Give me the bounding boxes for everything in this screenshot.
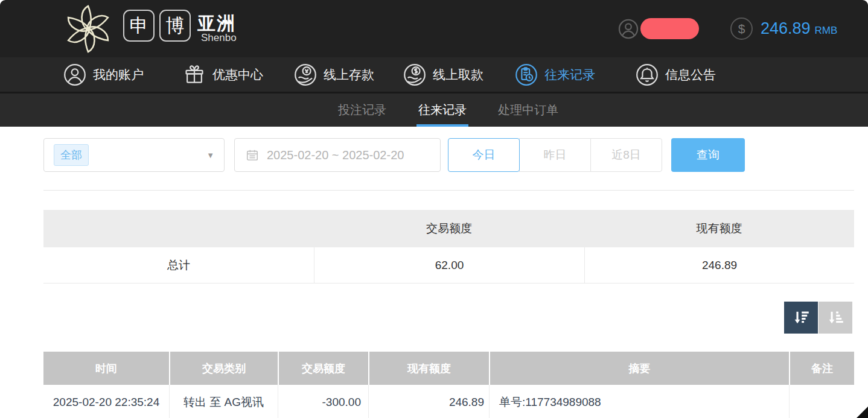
records-icon <box>515 63 538 86</box>
page: 申 博 亚洲 Shenbo $ 246.89 RMB 我的账户 <box>0 0 868 418</box>
nav-item-label: 优惠中心 <box>212 66 263 83</box>
col-amount: 交易额度 <box>278 352 368 385</box>
logo-char-box: 申 <box>123 10 155 42</box>
sort-ascending-button[interactable] <box>819 302 852 334</box>
cell-type: 转出 至 AG视讯 <box>169 385 278 418</box>
top-header: 申 博 亚洲 Shenbo $ 246.89 RMB <box>0 0 868 57</box>
nav-item-online-deposit[interactable]: 线上存款 <box>294 57 374 92</box>
summary-col-spacer <box>43 210 314 247</box>
cell-balance: 246.89 <box>368 385 489 418</box>
cell-summary: 单号:117734989088 <box>489 385 789 418</box>
col-type: 交易类别 <box>169 352 278 385</box>
col-time: 时间 <box>43 352 169 385</box>
active-tab-underline <box>416 124 468 127</box>
summary-total-row: 总计 62.00 246.89 <box>43 247 854 283</box>
balance-amount: 246.89 <box>761 19 811 38</box>
tab-processing-orders[interactable]: 处理中订单 <box>498 93 558 127</box>
nav-item-my-account[interactable]: 我的账户 <box>63 57 144 92</box>
tab-betting-records[interactable]: 投注记录 <box>338 93 386 127</box>
balance-currency: RMB <box>815 25 838 37</box>
records-header-row: 时间 交易类别 交易额度 现有额度 摘要 备注 <box>43 352 854 385</box>
sort-descending-button[interactable] <box>784 302 818 334</box>
logo-char-2: 博 <box>166 13 185 39</box>
yesterday-button[interactable]: 昨日 <box>519 138 591 172</box>
chevron-down-icon: ▼ <box>206 151 214 160</box>
user-icon <box>63 63 86 86</box>
summary-col-balance: 现有额度 <box>584 210 854 247</box>
cell-remark <box>789 385 854 418</box>
nav-item-promotions[interactable]: 优惠中心 <box>183 57 263 92</box>
nav-item-label: 信息公告 <box>665 66 716 83</box>
last-8-days-button[interactable]: 近8日 <box>590 138 662 172</box>
username-redacted-pill <box>640 18 699 39</box>
sort-descending-icon <box>792 308 811 327</box>
col-remark: 备注 <box>789 352 854 385</box>
summary-total-balance: 246.89 <box>584 247 854 283</box>
logo-subtitle: Shenbo <box>201 32 237 44</box>
table-row: 2025-02-20 22:35:24 转出 至 AG视讯 -300.00 24… <box>43 385 854 418</box>
quick-date-button-group: 今日 昨日 近8日 <box>448 138 662 172</box>
nav-item-announcements[interactable]: 信息公告 <box>636 57 716 92</box>
records-table: 时间 交易类别 交易额度 现有额度 摘要 备注 2025-02-20 22:35… <box>43 352 854 418</box>
gift-icon <box>183 63 206 86</box>
date-range-input[interactable]: 2025-02-20 ~ 2025-02-20 <box>234 138 441 172</box>
tab-transaction-records[interactable]: 往来记录 <box>418 93 467 127</box>
tab-bar: 投注记录 往来记录 处理中订单 <box>0 93 868 127</box>
user-account-area[interactable] <box>618 0 699 57</box>
sort-button-group <box>784 302 852 334</box>
date-range-value: 2025-02-20 ~ 2025-02-20 <box>267 148 404 162</box>
dollar-icon: $ <box>730 17 753 40</box>
type-filter-select[interactable]: 全部 ▼ <box>43 138 225 172</box>
resize-corner-handle[interactable] <box>857 407 868 418</box>
nav-item-transaction-records[interactable]: 往来记录 <box>515 57 595 92</box>
logo-char-box: 博 <box>159 10 191 42</box>
logo-char-1: 申 <box>130 13 148 39</box>
section-divider <box>43 190 854 191</box>
cell-time: 2025-02-20 22:35:24 <box>43 385 169 418</box>
withdraw-icon <box>403 63 426 86</box>
summary-table: 交易额度 现有额度 总计 62.00 246.89 <box>43 210 854 283</box>
col-summary: 摘要 <box>489 352 789 385</box>
user-avatar-icon <box>618 19 639 39</box>
summary-col-transaction: 交易额度 <box>314 210 584 247</box>
today-button[interactable]: 今日 <box>448 138 520 172</box>
flower-logo-icon <box>59 4 117 54</box>
nav-item-label: 线上存款 <box>324 66 374 83</box>
nav-item-label: 往来记录 <box>544 66 595 83</box>
col-balance: 现有额度 <box>368 352 489 385</box>
balance-group: 246.89 RMB <box>761 19 837 38</box>
calendar-icon <box>246 148 259 162</box>
bell-icon <box>636 63 659 86</box>
nav-item-label: 我的账户 <box>93 66 144 83</box>
main-nav: 我的账户 优惠中心 线上存款 线上取款 往来记录 <box>0 57 868 93</box>
query-button[interactable]: 查询 <box>671 138 745 172</box>
selected-type-chip: 全部 <box>54 144 89 166</box>
nav-item-online-withdrawal[interactable]: 线上取款 <box>403 57 483 92</box>
balance-area[interactable]: $ 246.89 RMB <box>730 0 837 57</box>
deposit-icon <box>294 63 317 86</box>
sort-ascending-icon <box>826 308 845 327</box>
cell-amount: -300.00 <box>278 385 368 418</box>
tab-label: 处理中订单 <box>498 102 558 118</box>
tab-label: 往来记录 <box>418 102 467 118</box>
nav-item-label: 线上取款 <box>433 66 483 83</box>
tab-label: 投注记录 <box>338 102 386 118</box>
summary-total-label: 总计 <box>43 247 314 283</box>
summary-header-row: 交易额度 现有额度 <box>43 210 854 247</box>
summary-total-transaction: 62.00 <box>314 247 584 283</box>
